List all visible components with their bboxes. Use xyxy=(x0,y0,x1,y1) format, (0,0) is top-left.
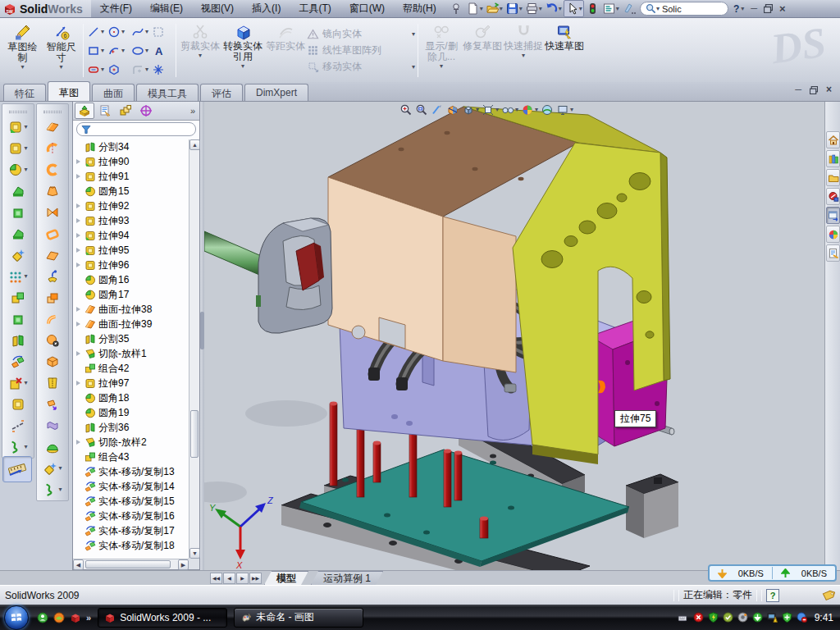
tree-item[interactable]: 曲面-拉伸38 xyxy=(73,302,189,317)
tree-item[interactable]: 圆角16 xyxy=(73,272,189,287)
tree-tabs-overflow[interactable]: » xyxy=(190,106,198,116)
polygon-button[interactable] xyxy=(107,60,129,79)
修复草图-button[interactable]: 修复草图 xyxy=(462,21,503,80)
dropdown-caret-icon[interactable]: ▾ xyxy=(24,145,27,152)
dropdown-caret-icon[interactable]: ▾ xyxy=(515,107,518,113)
dropdown-caret-icon[interactable]: ▾ xyxy=(412,31,415,38)
knit-surface-button[interactable] xyxy=(45,287,60,308)
dropdown-caret-icon[interactable]: ▾ xyxy=(145,66,148,73)
tree-item[interactable]: 拉伸94 xyxy=(73,228,189,243)
offset-surface-button[interactable] xyxy=(45,223,60,244)
exploded-mold-assembly-model[interactable]: Y Z X xyxy=(204,102,824,570)
delete-face-button[interactable] xyxy=(45,330,60,351)
dropdown-caret-icon[interactable]: ▾ xyxy=(121,29,125,35)
spline-button[interactable]: ▾ xyxy=(130,22,149,41)
tree-item[interactable]: 切除-放样2 xyxy=(73,435,189,450)
expand-arrow-icon[interactable] xyxy=(75,322,82,326)
expand-arrow-icon[interactable] xyxy=(75,203,82,208)
zoom-to-fit-button[interactable] xyxy=(399,103,413,116)
dropdown-caret-icon[interactable]: ▾ xyxy=(480,6,483,12)
tree-filter-input[interactable] xyxy=(76,122,196,136)
doc-minimize-button[interactable]: ─ xyxy=(795,85,801,94)
search-input[interactable]: ▾ Solic xyxy=(640,2,728,16)
tree-item[interactable]: 圆角18 xyxy=(73,390,189,405)
tree-item[interactable]: 圆角15 xyxy=(73,184,189,199)
menu-item-4[interactable]: 工具(T) xyxy=(290,0,340,17)
tree-item[interactable]: 拉伸95 xyxy=(73,243,189,258)
dropdown-caret-icon[interactable]: ▾ xyxy=(24,124,27,130)
menu-item-3[interactable]: 插入(I) xyxy=(243,0,290,17)
app-orange-quicklaunch-button[interactable] xyxy=(53,612,65,623)
镜向实体-button[interactable]: 镜向实体▾ xyxy=(307,27,415,41)
section-view-button[interactable] xyxy=(446,103,459,116)
boundary-surface-button[interactable] xyxy=(45,180,60,202)
移动实体-button[interactable]: 移动实体▾ xyxy=(307,60,415,74)
tree-horizontal-scrollbar[interactable]: ◀ ▶ xyxy=(73,559,189,569)
tree-item[interactable]: 实体-移动/复制15 xyxy=(73,494,189,509)
model-tab-运动算例 1[interactable]: 运动算例 1 xyxy=(311,571,383,585)
草图绘制-button[interactable]: 草图绘制▾ xyxy=(3,21,42,80)
tree-item[interactable]: 拉伸90 xyxy=(73,154,189,169)
dropdown-caret-icon[interactable]: ▾ xyxy=(570,107,573,113)
tree-item[interactable]: 拉伸93 xyxy=(73,213,189,228)
extruded-boss-button[interactable]: ▾ xyxy=(8,116,27,138)
curve-button[interactable] xyxy=(11,415,25,436)
arc-button[interactable]: ▾ xyxy=(107,41,129,60)
help-button[interactable]: ?▾ xyxy=(733,3,744,15)
zoom-to-area-button[interactable] xyxy=(415,103,428,116)
graphics-viewport[interactable]: Y Z X ▾▾▾▾▾ 拉伸75 xyxy=(204,102,824,570)
dropdown-caret-icon[interactable]: ▾ xyxy=(616,6,619,12)
dropdown-caret-icon[interactable]: ▾ xyxy=(145,48,148,54)
tree-item[interactable]: 拉伸96 xyxy=(73,258,189,272)
view-settings-button[interactable]: ▾ xyxy=(556,103,573,116)
untrim-surface-button[interactable] xyxy=(45,415,60,436)
dropdown-caret-icon[interactable]: ▾ xyxy=(535,107,538,113)
text-button[interactable]: A xyxy=(151,41,173,60)
剪裁实体-button[interactable]: 剪裁实体▾ xyxy=(179,21,221,80)
swept-surface-button[interactable] xyxy=(45,116,60,138)
apply-scene-button[interactable] xyxy=(541,103,554,116)
close-button[interactable]: × xyxy=(779,4,786,13)
hide-show-items-button[interactable]: ▾ xyxy=(501,103,518,116)
antivirus-tray-icon[interactable] xyxy=(693,612,704,623)
point-button[interactable] xyxy=(151,60,173,79)
tab-模具工具[interactable]: 模具工具 xyxy=(136,84,199,101)
quick-tips-help-button[interactable]: ? xyxy=(766,589,779,602)
help-caret-icon[interactable]: ▾ xyxy=(741,6,744,12)
doc-restore-button[interactable] xyxy=(810,86,818,94)
view-palette-tab[interactable] xyxy=(826,207,840,224)
dropdown-caret-icon[interactable]: ▾ xyxy=(476,107,479,113)
dropdown-caret-icon[interactable]: ▾ xyxy=(579,6,582,12)
open-button[interactable]: ▾ xyxy=(485,1,504,16)
tree-item[interactable]: 分割36 xyxy=(73,420,189,435)
tag-icon[interactable] xyxy=(822,590,835,601)
menu-item-1[interactable]: 编辑(E) xyxy=(141,0,192,17)
dropdown-caret-icon[interactable]: ▾ xyxy=(519,6,523,12)
dropdown-caret-icon[interactable]: ▾ xyxy=(500,6,503,12)
circle-button[interactable]: ▾ xyxy=(107,22,129,41)
dropdown-caret-icon[interactable]: ▾ xyxy=(121,48,125,54)
core-clamp-assembly[interactable] xyxy=(204,218,332,333)
tab-草图[interactable]: 草图 xyxy=(48,81,90,101)
certificate-tray-icon[interactable] xyxy=(723,612,733,623)
update-agent-tray-icon[interactable] xyxy=(752,612,763,623)
feature-manager-tab[interactable] xyxy=(75,103,94,119)
dropdown-caret-icon[interactable]: ▾ xyxy=(522,52,525,59)
helix-spiral-button[interactable]: ▾ xyxy=(8,436,27,458)
fillet-surface-button[interactable] xyxy=(45,308,60,330)
select-entities-button[interactable] xyxy=(151,22,173,41)
expand-arrow-icon[interactable] xyxy=(75,351,82,356)
tree-item[interactable]: 实体-移动/复制16 xyxy=(73,509,189,523)
instant3d-button[interactable] xyxy=(2,456,32,482)
mirror-feature-button[interactable] xyxy=(11,308,25,330)
security-shield-tray-icon[interactable] xyxy=(708,612,719,623)
tree-item[interactable]: 切除-放样1 xyxy=(73,346,189,361)
dropdown-caret-icon[interactable]: ▾ xyxy=(24,167,27,173)
display-lights-button[interactable] xyxy=(585,1,600,16)
defender-tray-icon[interactable] xyxy=(782,612,792,623)
tree-item[interactable]: 拉伸97 xyxy=(73,376,189,390)
ellipse-button[interactable]: ▾ xyxy=(130,41,149,60)
expand-arrow-icon[interactable] xyxy=(75,381,82,386)
trim-surface-button[interactable] xyxy=(45,372,60,394)
select-button[interactable]: ▾ xyxy=(564,0,584,17)
